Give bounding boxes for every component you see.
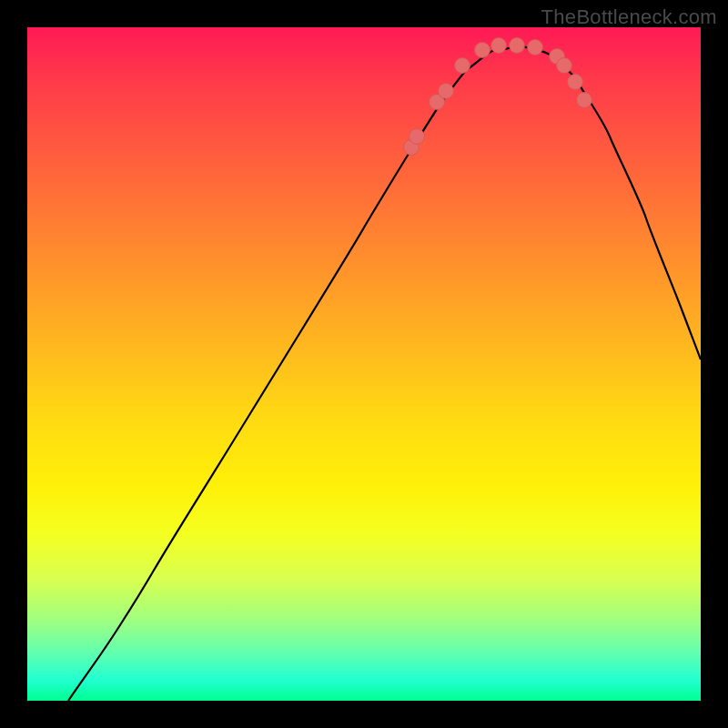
data-point bbox=[557, 58, 572, 74]
data-point bbox=[439, 84, 454, 99]
data-point bbox=[410, 129, 425, 145]
data-point-markers bbox=[404, 38, 592, 156]
data-point bbox=[455, 58, 470, 74]
curve-layer bbox=[27, 27, 701, 701]
data-point bbox=[568, 75, 583, 90]
plot-area bbox=[27, 27, 701, 701]
watermark-text: TheBottleneck.com bbox=[541, 5, 717, 29]
data-point bbox=[577, 93, 592, 108]
bottleneck-curve bbox=[68, 46, 701, 701]
data-point bbox=[510, 38, 525, 54]
data-point bbox=[491, 38, 507, 54]
data-point bbox=[528, 40, 543, 56]
data-point bbox=[475, 43, 490, 58]
